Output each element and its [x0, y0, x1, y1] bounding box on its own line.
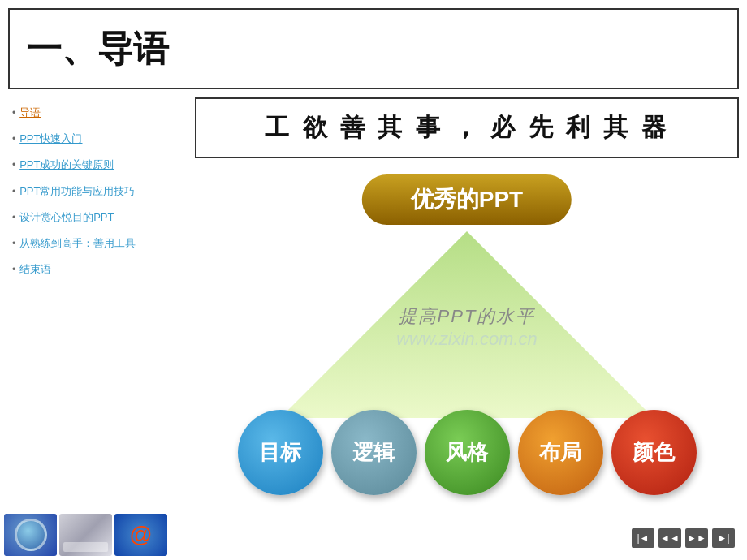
slide-title: 一、导语 — [26, 25, 169, 73]
sidebar-label-4: 设计赏心悦目的PPT — [19, 210, 114, 225]
quote-text: 工 欲 善 其 事 ， 必 先 利 其 器 — [265, 114, 668, 140]
sidebar-bullet-6: • — [12, 264, 15, 275]
sidebar-item-6[interactable]: •结束语 — [12, 262, 191, 277]
sidebar-bullet-3: • — [12, 186, 15, 197]
circle-2[interactable]: 风格 — [425, 410, 510, 495]
thumbnails-bar: @ — [4, 514, 167, 556]
top-button-label: 优秀的PPT — [411, 187, 523, 212]
sidebar-label-6: 结束语 — [19, 262, 51, 277]
circle-label-0: 目标 — [259, 438, 301, 467]
circle-label-3: 布局 — [539, 438, 581, 467]
circle-1[interactable]: 逻辑 — [331, 410, 417, 495]
nav-last-button[interactable]: ►| — [712, 528, 735, 548]
thumbnail-1[interactable] — [4, 514, 57, 556]
sidebar-item-1[interactable]: •PPT快速入门 — [12, 131, 191, 146]
main-content: 工 欲 善 其 事 ， 必 先 利 其 器 优秀的PPT — [195, 97, 739, 503]
nav-controls: |◄ ◄◄ ►► ►| — [632, 528, 735, 548]
pyramid-text: 提高PPT的水平 — [399, 304, 536, 329]
sidebar-item-5[interactable]: •从熟练到高手：善用工具 — [12, 236, 191, 251]
circle-label-2: 风格 — [446, 438, 488, 467]
sidebar-label-2: PPT成功的关键原则 — [19, 157, 114, 172]
nav-next-button[interactable]: ►► — [685, 528, 708, 548]
sidebar-item-4[interactable]: •设计赏心悦目的PPT — [12, 210, 191, 225]
sidebar-bullet-5: • — [12, 238, 15, 249]
quote-box: 工 欲 善 其 事 ， 必 先 利 其 器 — [195, 97, 739, 158]
thumbnail-3[interactable]: @ — [114, 514, 167, 556]
circle-0[interactable]: 目标 — [238, 410, 323, 495]
sidebar-bullet-1: • — [12, 133, 15, 144]
sidebar-label-3: PPT常用功能与应用技巧 — [19, 184, 135, 199]
sidebar-item-2[interactable]: •PPT成功的关键原则 — [12, 157, 191, 172]
nav-first-button[interactable]: |◄ — [632, 528, 654, 548]
slide-container: 一、导语 •导语•PPT快速入门•PPT成功的关键原则•PPT常用功能与应用技巧… — [0, 0, 747, 560]
sidebar-bullet-2: • — [12, 159, 15, 170]
sidebar-bullet-4: • — [12, 212, 15, 223]
circle-label-4: 颜色 — [633, 438, 675, 467]
circle-label-1: 逻辑 — [352, 438, 395, 467]
pyramid-area: 优秀的PPT 提高PPT的水平 www.zixin — [195, 174, 739, 503]
sidebar-label-5: 从熟练到高手：善用工具 — [19, 236, 136, 251]
sidebar-bullet-0: • — [12, 107, 15, 118]
thumbnail-2[interactable] — [59, 514, 112, 556]
title-box: 一、导语 — [8, 8, 739, 89]
top-button[interactable]: 优秀的PPT — [362, 174, 572, 225]
sidebar-label-1: PPT快速入门 — [19, 131, 82, 146]
sidebar: •导语•PPT快速入门•PPT成功的关键原则•PPT常用功能与应用技巧•设计赏心… — [8, 97, 195, 503]
circles-row: 目标逻辑风格布局颜色 — [195, 410, 739, 495]
sidebar-label-0: 导语 — [19, 106, 41, 120]
circle-4[interactable]: 颜色 — [611, 410, 697, 495]
sidebar-item-3[interactable]: •PPT常用功能与应用技巧 — [12, 184, 191, 199]
sidebar-item-0[interactable]: •导语 — [12, 106, 191, 120]
circle-3[interactable]: 布局 — [518, 410, 603, 495]
nav-prev-button[interactable]: ◄◄ — [658, 528, 681, 548]
